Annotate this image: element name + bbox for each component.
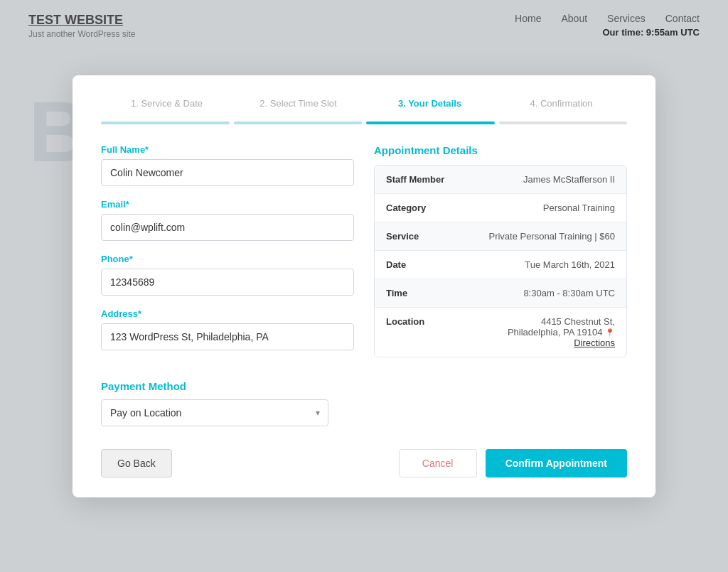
appt-key-time: Time xyxy=(375,279,467,307)
step-bar-1 xyxy=(101,122,230,124)
appt-row-category: Category Personal Training xyxy=(375,194,626,222)
appt-row-time: Time 8:30am - 8:30am UTC xyxy=(375,279,626,308)
step-bar-4 xyxy=(499,122,628,124)
modal: 1. Service & Date 2. Select Time Slot 3.… xyxy=(73,75,655,497)
phone-label: Phone* xyxy=(101,254,354,264)
step-4[interactable]: 4. Confirmation xyxy=(496,98,627,114)
email-label: Email* xyxy=(101,199,354,210)
appt-row-date: Date Tue March 16th, 2021 xyxy=(375,251,626,279)
appt-key-location: Location xyxy=(375,308,467,357)
full-name-group: Full Name* xyxy=(101,144,354,186)
appt-key-staff: Staff Member xyxy=(375,166,467,193)
phone-input[interactable] xyxy=(101,269,354,296)
payment-select-wrapper: Pay on Location Online Payment ▾ xyxy=(101,399,328,426)
appt-key-service: Service xyxy=(375,222,467,250)
full-name-input[interactable] xyxy=(101,159,354,186)
email-group: Email* xyxy=(101,199,354,241)
appt-row-service: Service Private Personal Training | $60 xyxy=(375,222,626,251)
form-layout: Full Name* Email* Phone* Address* xyxy=(101,144,627,363)
confirm-appointment-button[interactable]: Confirm Appointment xyxy=(486,449,627,477)
appt-key-date: Date xyxy=(375,251,467,279)
payment-method-select[interactable]: Pay on Location Online Payment xyxy=(101,399,328,426)
appt-val-service: Private Personal Training | $60 xyxy=(467,222,626,250)
appt-val-category: Personal Training xyxy=(467,194,626,222)
appointment-details: Appointment Details Staff Member James M… xyxy=(374,144,627,363)
go-back-button[interactable]: Go Back xyxy=(101,449,172,477)
modal-overlay: 1. Service & Date 2. Select Time Slot 3.… xyxy=(0,0,728,572)
address-group: Address* xyxy=(101,308,354,350)
steps-nav: 1. Service & Date 2. Select Time Slot 3.… xyxy=(101,98,627,114)
appt-val-staff: James McStafferson II xyxy=(467,166,626,193)
phone-group: Phone* xyxy=(101,254,354,296)
location-address: 4415 Chestnut St,Philadelphia, PA 19104 … xyxy=(478,316,615,338)
appt-row-location: Location 4415 Chestnut St,Philadelphia, … xyxy=(375,308,626,357)
step-1[interactable]: 1. Service & Date xyxy=(101,98,232,114)
payment-section: Payment Method Pay on Location Online Pa… xyxy=(101,380,627,426)
step-progress-bars xyxy=(101,122,627,124)
address-label: Address* xyxy=(101,308,354,319)
appointment-table: Staff Member James McStafferson II Categ… xyxy=(374,165,627,357)
appt-val-time: 8:30am - 8:30am UTC xyxy=(467,279,626,307)
address-input[interactable] xyxy=(101,323,354,350)
appt-val-date: Tue March 16th, 2021 xyxy=(467,251,626,279)
location-pin-icon: 📍 xyxy=(605,328,615,337)
cancel-button[interactable]: Cancel xyxy=(399,449,477,477)
appt-row-staff: Staff Member James McStafferson II xyxy=(375,166,626,194)
step-3[interactable]: 3. Your Details xyxy=(364,98,496,114)
appt-key-category: Category xyxy=(375,194,467,222)
step-bar-3 xyxy=(366,122,495,124)
form-fields: Full Name* Email* Phone* Address* xyxy=(101,144,354,363)
step-bar-2 xyxy=(234,122,363,124)
step-2[interactable]: 2. Select Time Slot xyxy=(232,98,364,114)
footer-right-buttons: Cancel Confirm Appointment xyxy=(399,449,627,477)
email-input[interactable] xyxy=(101,214,354,241)
appointment-title: Appointment Details xyxy=(374,144,627,156)
directions-link[interactable]: Directions xyxy=(478,338,615,348)
payment-title: Payment Method xyxy=(101,380,627,392)
full-name-label: Full Name* xyxy=(101,144,354,155)
appt-val-location: 4415 Chestnut St,Philadelphia, PA 19104 … xyxy=(467,308,626,357)
modal-footer: Go Back Cancel Confirm Appointment xyxy=(101,446,627,477)
